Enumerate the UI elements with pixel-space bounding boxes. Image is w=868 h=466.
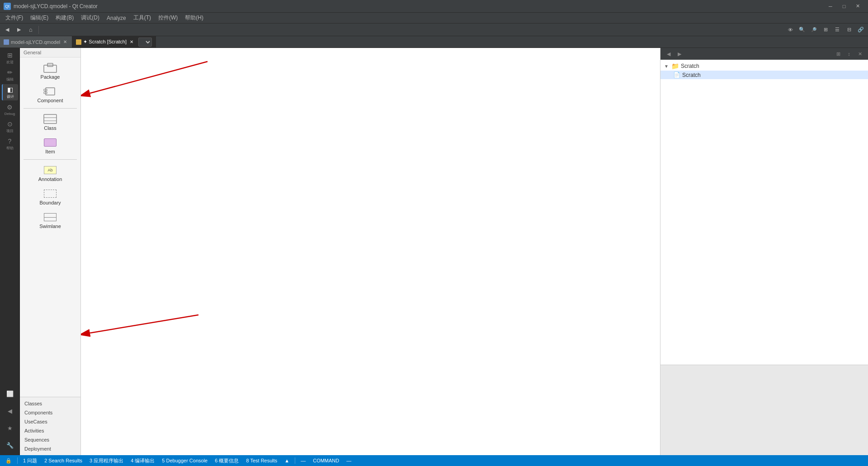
- tree-doc-label: Scratch: [682, 72, 701, 78]
- tab-model[interactable]: model-sjLYCD.qmodel ✕: [0, 36, 72, 48]
- arrow-left-icon: ◀: [8, 408, 12, 414]
- class-label: Class: [44, 125, 57, 131]
- maximize-button[interactable]: □: [837, 2, 851, 11]
- scratch-tree: ▼ 📁 Scratch 📄 Scratch: [660, 60, 868, 365]
- palette-item-component[interactable]: Component: [22, 83, 79, 106]
- tab-scratch-icon: [76, 39, 81, 45]
- toolbar-separator-1: [38, 26, 39, 34]
- activity-settings[interactable]: 🔧: [2, 437, 18, 453]
- welcome-icon: ⊞: [7, 52, 13, 59]
- package-icon: [43, 62, 57, 73]
- star-icon: ★: [7, 425, 13, 432]
- search-button[interactable]: 🔍: [797, 24, 807, 35]
- minimize-button[interactable]: ─: [824, 2, 837, 11]
- eye-button[interactable]: 👁: [785, 24, 796, 35]
- window-title: model-sjLYCD.qmodel - Qt Creator: [14, 3, 98, 10]
- palette-item-item[interactable]: Item: [22, 134, 79, 157]
- status-general-info[interactable]: 6 概要信息: [213, 457, 241, 464]
- tab-scratch[interactable]: ✦ Scratch [Scratch] ✕: [72, 36, 156, 48]
- rp-close-btn[interactable]: ✕: [855, 49, 864, 58]
- bottom-tab-deployment[interactable]: Deployment: [20, 444, 80, 453]
- doc-icon: 📄: [673, 71, 680, 78]
- activity-help[interactable]: ? 帮助: [2, 136, 18, 152]
- menu-file[interactable]: 文件(F): [2, 13, 27, 24]
- tab-model-icon: [4, 39, 9, 45]
- bottom-tab-activities[interactable]: Activities: [20, 426, 80, 435]
- status-arrow-up[interactable]: ▲: [283, 458, 291, 463]
- grid-button[interactable]: ⊞: [820, 24, 831, 35]
- status-search-results[interactable]: 2 Search Results: [42, 458, 84, 463]
- home-button[interactable]: ⌂: [25, 24, 36, 35]
- menu-tools[interactable]: 工具(T): [130, 13, 155, 24]
- palette-separator-2: [24, 159, 77, 160]
- back-button[interactable]: ◀: [2, 24, 13, 35]
- activity-output[interactable]: ⬜: [2, 385, 18, 402]
- swimlane-label: Swimlane: [39, 223, 61, 229]
- palette-separator-1: [24, 108, 77, 109]
- right-panel-bottom: [660, 365, 868, 455]
- status-app-output[interactable]: 3 应用程序输出: [88, 457, 125, 464]
- main-layout: ⊞ 欢迎 ✏ 编辑 ◧ 设计 ⚙ Debug ⊙ 项目 ? 帮助 ⬜: [0, 48, 868, 455]
- menu-analyze[interactable]: Analyze: [103, 13, 130, 24]
- project-icon: ⊙: [7, 120, 13, 128]
- title-bar: Qt model-sjLYCD.qmodel - Qt Creator ─ □ …: [0, 0, 868, 13]
- search2-button[interactable]: 🔎: [808, 24, 819, 35]
- boundary-label: Boundary: [39, 200, 61, 205]
- menu-build[interactable]: 构建(B): [52, 13, 77, 24]
- rp-grid-btn[interactable]: ⊞: [834, 49, 843, 58]
- svg-rect-5: [44, 114, 57, 124]
- rp-split-btn[interactable]: ↕: [844, 49, 854, 58]
- scratch-combo[interactable]: [138, 38, 152, 47]
- right-panel-header: ◀ ▶ ⊞ ↕ ✕: [660, 48, 868, 60]
- tree-item-scratch-doc[interactable]: 📄 Scratch: [660, 71, 868, 79]
- bottom-tab-sequences[interactable]: Sequences: [20, 435, 80, 444]
- status-bar: 🔒 1 问题 2 Search Results 3 应用程序输出 4 编译输出 …: [0, 455, 868, 466]
- close-button[interactable]: ✕: [851, 2, 864, 11]
- palette-spacer: [20, 234, 80, 397]
- activity-debug[interactable]: ⚙ Debug: [2, 101, 18, 118]
- palette-item-class[interactable]: Class: [22, 111, 79, 133]
- tree-item-scratch-root[interactable]: ▼ 📁 Scratch: [660, 62, 868, 71]
- rp-forward-btn[interactable]: ▶: [675, 49, 684, 58]
- canvas-area[interactable]: [81, 48, 660, 455]
- swimlane-icon: [43, 212, 57, 223]
- activity-design[interactable]: ◧ 设计: [2, 84, 18, 100]
- palette-item-annotation[interactable]: Ab Annotation: [22, 162, 79, 185]
- right-panel: ◀ ▶ ⊞ ↕ ✕ ▼ 📁 Scratch 📄 Scratch: [660, 48, 868, 455]
- svg-rect-2: [46, 88, 55, 95]
- status-debugger-console[interactable]: 5 Debugger Console: [160, 458, 209, 463]
- forward-button[interactable]: ▶: [14, 24, 24, 35]
- link-button[interactable]: 🔗: [855, 24, 866, 35]
- bottom-tab-usecases[interactable]: UseCases: [20, 417, 80, 426]
- activity-star[interactable]: ★: [2, 420, 18, 436]
- activity-arrow[interactable]: ◀: [2, 403, 18, 419]
- menu-controls[interactable]: 控件(W): [155, 13, 181, 24]
- activity-welcome[interactable]: ⊞ 欢迎: [2, 50, 18, 66]
- status-compile-output[interactable]: 4 编译输出: [129, 457, 156, 464]
- list-button[interactable]: ☰: [832, 24, 843, 35]
- tab-scratch-label: ✦ Scratch [Scratch]: [83, 39, 127, 45]
- palette-item-boundary[interactable]: Boundary: [22, 185, 79, 208]
- settings-icon: 🔧: [6, 442, 14, 449]
- status-sep-0: [17, 457, 18, 464]
- bottom-tab-components[interactable]: Components: [20, 408, 80, 417]
- status-test-results[interactable]: 8 Test Results: [244, 458, 279, 463]
- tab-scratch-close[interactable]: ✕: [128, 39, 135, 45]
- folder-icon: 📁: [671, 62, 679, 70]
- rp-back-btn[interactable]: ◀: [664, 49, 673, 58]
- activity-edit-label: 编辑: [6, 77, 14, 82]
- bottom-tab-classes[interactable]: Classes: [20, 399, 80, 408]
- layers-button[interactable]: ⊟: [844, 24, 854, 35]
- toolbar: ◀ ▶ ⌂ 👁 🔍 🔎 ⊞ ☰ ⊟ 🔗: [0, 24, 868, 36]
- activity-edit[interactable]: ✏ 编辑: [2, 67, 18, 83]
- menu-edit[interactable]: 编辑(E): [27, 13, 52, 24]
- menu-bar: 文件(F) 编辑(E) 构建(B) 调试(D) Analyze 工具(T) 控件…: [0, 13, 868, 24]
- menu-debug[interactable]: 调试(D): [77, 13, 103, 24]
- status-issues[interactable]: 1 问题: [21, 457, 39, 464]
- app-icon: Qt: [4, 3, 11, 10]
- palette-item-swimlane[interactable]: Swimlane: [22, 209, 79, 232]
- palette-item-package[interactable]: Package: [22, 60, 79, 82]
- menu-help[interactable]: 帮助(H): [181, 13, 207, 24]
- tab-model-close[interactable]: ✕: [62, 39, 68, 45]
- activity-project[interactable]: ⊙ 项目: [2, 119, 18, 135]
